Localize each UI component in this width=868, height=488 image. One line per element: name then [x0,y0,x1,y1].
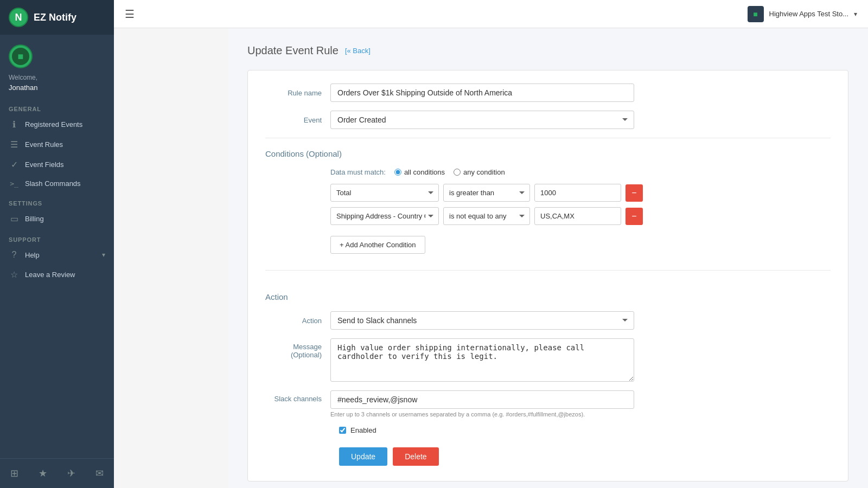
check-icon: ✓ [9,159,20,170]
sidebar-item-label: Leave a Review [25,271,105,279]
rule-name-input[interactable] [330,84,634,102]
sidebar-user: ■ Welcome, Jonathan [0,35,114,98]
topbar: ☰ ■ Highview Apps Test Sto... ▾ [114,0,868,28]
conditions-title: Conditions (Optional) [265,149,831,158]
message-textarea[interactable]: High value order shipping internationall… [330,338,634,382]
sidebar-item-billing[interactable]: ▭ Billing [0,209,114,229]
grid-icon[interactable]: ⊞ [6,465,23,481]
mail-icon[interactable]: ✉ [91,465,108,481]
sidebar-item-event-fields[interactable]: ✓ Event Fields [0,155,114,175]
enabled-row: Enabled [265,426,831,434]
radio-group: all conditions any condition [394,168,505,176]
form-card: Rule name Event Order Created Conditions… [247,70,848,481]
slack-channels-group: Enter up to 3 channels or usernames sepa… [330,390,634,418]
condition-1-operator-select[interactable]: is greater than is less than is equal to… [443,184,530,202]
condition-1-value-input[interactable] [534,184,621,202]
app-name: EZ Notify [34,12,76,23]
main-content: Update Event Rule [« Back] Rule name Eve… [228,28,868,488]
sidebar-item-help[interactable]: ? Help ▾ [0,245,114,265]
condition-2-value-input[interactable] [534,207,621,225]
condition-2-remove-button[interactable]: − [626,208,643,225]
store-icon: ■ [748,6,764,22]
radio-all-label: all conditions [404,168,445,176]
event-row: Event Order Created [265,111,831,129]
enabled-checkbox[interactable] [339,427,346,434]
sidebar-item-label: Help [25,251,97,259]
chevron-down-icon: ▾ [102,251,105,259]
star-bottom-icon[interactable]: ★ [34,465,52,481]
radio-any-label: any condition [463,168,505,176]
slack-channels-input[interactable] [330,390,634,409]
enabled-label: Enabled [350,426,376,434]
delete-button[interactable]: Delete [393,447,438,466]
radio-any-input[interactable] [454,169,461,176]
settings-section-label: SETTINGS [0,192,114,209]
action-section-title: Action [265,292,831,301]
sidebar-logo: N EZ Notify [0,0,114,35]
condition-2-field-select[interactable]: Total Shipping Address - Country Code Or… [330,207,439,225]
page-header: Update Event Rule [« Back] [247,44,848,57]
help-icon: ? [9,250,20,260]
hamburger-menu-icon[interactable]: ☰ [125,8,135,21]
general-section-label: GENERAL [0,98,114,114]
sidebar: N EZ Notify ■ Welcome, Jonathan GENERAL … [0,0,114,488]
topbar-right: ■ Highview Apps Test Sto... ▾ [748,6,857,22]
radio-all-conditions[interactable]: all conditions [394,168,445,176]
message-label: Message (Optional) [265,338,330,359]
data-match-label: Data must match: [330,168,386,176]
radio-any-condition[interactable]: any condition [454,168,505,176]
action-label: Action [265,317,330,325]
action-section: Action Action Send to Slack channels Mes… [265,281,831,466]
rule-name-label: Rule name [265,89,330,97]
event-select[interactable]: Order Created [330,111,634,129]
sidebar-item-registered-events[interactable]: ℹ Registered Events [0,114,114,134]
star-icon: ☆ [9,269,20,280]
condition-1-field-select[interactable]: Total Shipping Address - Country Code Or… [330,184,439,202]
radio-all-input[interactable] [394,169,401,176]
topbar-chevron-icon[interactable]: ▾ [854,10,857,18]
list-icon: ☰ [9,139,20,150]
update-button[interactable]: Update [339,447,387,466]
slack-channels-label: Slack channels [265,390,330,403]
sidebar-item-slash-commands[interactable]: >_ Slash Commands [0,175,114,192]
user-name: Jonathan [9,84,38,92]
sidebar-item-leave-review[interactable]: ☆ Leave a Review [0,265,114,285]
slack-channels-help: Enter up to 3 channels or usernames sepa… [330,411,634,418]
sidebar-item-label: Registered Events [25,120,105,129]
rule-name-row: Rule name [265,84,831,102]
billing-icon: ▭ [9,214,20,224]
data-match-row: Data must match: all conditions any cond… [265,168,831,176]
welcome-text: Welcome, [9,74,37,81]
message-row: Message (Optional) High value order ship… [265,338,831,382]
store-name: Highview Apps Test Sto... [769,10,848,18]
back-link[interactable]: [« Back] [345,47,371,55]
conditions-section: Conditions (Optional) Data must match: a… [265,149,831,259]
sidebar-item-event-rules[interactable]: ☰ Event Rules [0,134,114,155]
slack-channels-row: Slack channels Enter up to 3 channels or… [265,390,831,418]
condition-2-operator-select[interactable]: is not equal to any is equal to any is g… [443,207,530,225]
avatar: ■ [9,44,33,68]
sidebar-item-label: Slash Commands [25,179,105,188]
action-select[interactable]: Send to Slack channels [330,311,634,330]
add-condition-button[interactable]: + Add Another Condition [330,236,425,254]
avatar-inner: ■ [12,48,29,65]
sidebar-bottom: ⊞ ★ ✈ ✉ [0,458,114,488]
divider-1 [265,138,831,138]
rocket-icon[interactable]: ✈ [63,465,80,481]
app-logo-icon: N [9,8,28,27]
condition-row-1: Total Shipping Address - Country Code Or… [265,184,831,202]
event-label: Event [265,116,330,124]
divider-2 [265,270,831,271]
action-row: Action Send to Slack channels [265,311,831,330]
page-title: Update Event Rule [247,44,339,57]
sidebar-item-label: Billing [25,215,105,223]
support-section-label: SUPPORT [0,229,114,245]
button-row: Update Delete [265,447,831,466]
condition-row-2: Total Shipping Address - Country Code Or… [265,207,831,225]
condition-1-remove-button[interactable]: − [626,184,643,202]
sidebar-item-label: Event Fields [25,160,105,169]
info-icon: ℹ [9,119,20,130]
sidebar-item-label: Event Rules [25,140,105,149]
terminal-icon: >_ [9,179,20,188]
